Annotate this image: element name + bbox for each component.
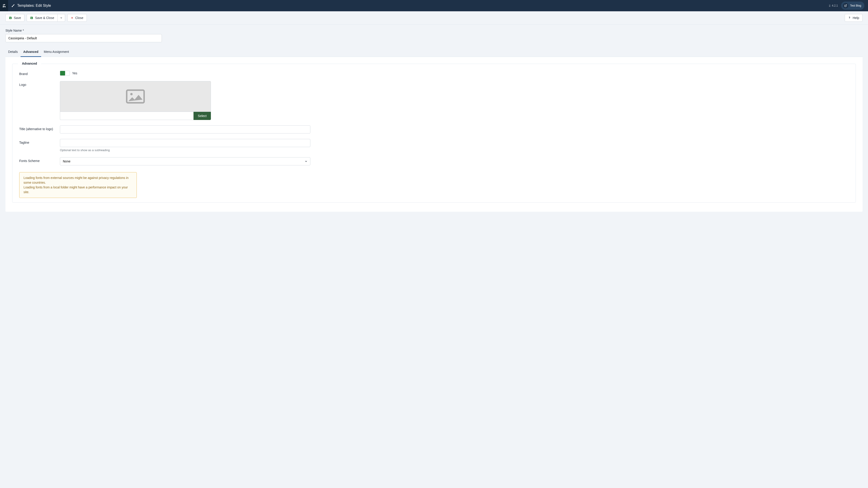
tagline-row: Tagline Optional text to show as a subhe… [19, 139, 849, 152]
page-title-area: Templates: Edit Style [8, 4, 51, 8]
style-name-input[interactable] [5, 34, 162, 42]
title-row: Title (alternative to logo) [19, 125, 849, 133]
svg-point-4 [130, 93, 133, 95]
joomla-logo[interactable] [0, 0, 8, 11]
brush-icon [11, 4, 15, 7]
select-logo-button[interactable]: Select [193, 112, 211, 120]
tagline-label: Tagline [19, 139, 60, 144]
logo-label: Logo [19, 81, 60, 87]
save-close-button[interactable]: Save & Close [27, 14, 58, 22]
help-icon [848, 16, 851, 20]
title-input[interactable] [60, 125, 310, 133]
toolbar: Save Save & Close Close Help [0, 11, 868, 25]
joomla-small-icon [829, 4, 831, 7]
tab-details[interactable]: Details [5, 48, 21, 57]
app-header: Templates: Edit Style 4.2.1 Test Blog [0, 0, 868, 11]
brand-label: Brand [19, 70, 60, 76]
logo-row: Logo Select [19, 81, 849, 120]
help-button[interactable]: Help [845, 14, 863, 22]
logo-path-input[interactable] [60, 112, 193, 120]
joomla-icon [2, 4, 6, 8]
warning-line-1: Loading fonts from external sources migh… [24, 175, 132, 185]
tab-menu-assignment[interactable]: Menu Assignment [41, 48, 72, 57]
image-placeholder-icon [126, 89, 145, 104]
warning-line-2: Loading fonts from a local folder might … [24, 185, 132, 195]
save-close-group: Save & Close [27, 14, 65, 22]
advanced-panel: Advanced Brand Yes Logo [5, 57, 863, 212]
title-label: Title (alternative to logo) [19, 125, 60, 131]
brand-toggle[interactable] [60, 71, 70, 76]
tab-advanced[interactable]: Advanced [21, 48, 41, 57]
tagline-helper: Optional text to show as a subheading [60, 149, 310, 152]
external-link-icon [844, 4, 847, 7]
svg-line-0 [845, 5, 847, 6]
logo-preview [60, 81, 211, 112]
page-title: Templates: Edit Style [17, 4, 51, 8]
close-button[interactable]: Close [67, 14, 87, 22]
close-icon [71, 17, 73, 19]
tagline-input[interactable] [60, 139, 310, 147]
advanced-fieldset: Advanced Brand Yes Logo [12, 64, 856, 203]
style-name-section: Style Name * [0, 25, 868, 42]
view-site-button[interactable]: Test Blog [841, 2, 864, 10]
save-button[interactable]: Save [5, 14, 24, 22]
brand-value: Yes [72, 71, 77, 75]
tabs: Details Advanced Menu Assignment [5, 48, 863, 57]
brand-row: Brand Yes [19, 70, 849, 76]
save-close-dropdown[interactable] [58, 14, 65, 22]
chevron-down-icon [60, 17, 63, 19]
version-text: 4.2.1 [832, 4, 838, 7]
toggle-knob [60, 71, 65, 75]
save-icon [30, 16, 33, 20]
site-name: Test Blog [850, 4, 861, 7]
fonts-warning: Loading fonts from external sources migh… [19, 172, 137, 198]
style-name-label: Style Name * [5, 29, 863, 32]
fonts-scheme-row: Fonts Scheme None [19, 157, 849, 165]
fonts-scheme-select[interactable]: None [60, 157, 310, 165]
save-icon [9, 16, 12, 20]
fonts-scheme-label: Fonts Scheme [19, 157, 60, 163]
fieldset-legend: Advanced [18, 62, 41, 65]
version-indicator: 4.2.1 [829, 4, 838, 7]
